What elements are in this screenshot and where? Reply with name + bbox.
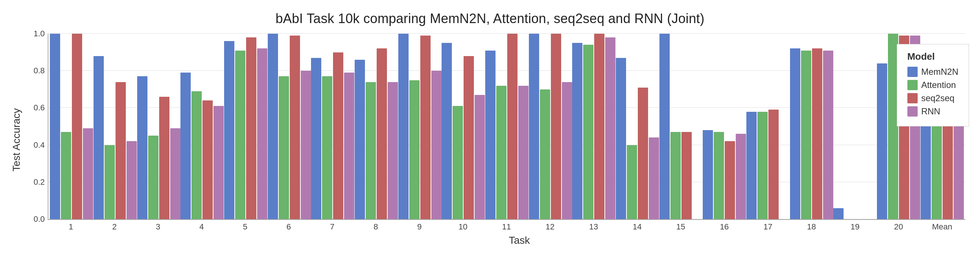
- legend-label-attention: Attention: [921, 80, 956, 90]
- bar-attention: [583, 45, 593, 219]
- bar-attention: [366, 82, 376, 219]
- task-group: [442, 34, 485, 219]
- bar-seq2seq: [725, 141, 735, 219]
- bar-memn2n: [355, 60, 365, 219]
- bar-seq2seq: [333, 52, 343, 219]
- chart-area: Test Accuracy 0.00.20.40.60.81.0 1234567…: [7, 34, 973, 246]
- y-tick-label: 0.8: [26, 66, 45, 76]
- bar-seq2seq: [507, 34, 517, 219]
- bar-attention: [322, 76, 332, 219]
- bar-memn2n: [94, 56, 104, 219]
- bar-rnn: [388, 82, 398, 219]
- x-tick-label: 16: [702, 222, 746, 232]
- bar-memn2n: [224, 41, 234, 219]
- task-group: [267, 34, 311, 219]
- task-group: [180, 34, 224, 219]
- task-group: [398, 34, 442, 219]
- x-tick-label: 13: [572, 222, 616, 232]
- bar-memn2n: [180, 73, 191, 219]
- bar-seq2seq: [638, 87, 648, 219]
- chart-container: bAbI Task 10k comparing MemN2N, Attentio…: [0, 0, 980, 276]
- bar-rnn: [257, 48, 267, 219]
- plot-area: 0.00.20.40.60.81.0: [48, 34, 965, 220]
- bar-rnn: [127, 141, 137, 219]
- bar-attention: [757, 112, 768, 219]
- bar-attention: [627, 145, 637, 219]
- task-group: [528, 34, 572, 219]
- x-tick-label: 6: [267, 222, 311, 232]
- bar-seq2seq: [159, 97, 169, 219]
- bar-rnn: [431, 71, 442, 219]
- bar-seq2seq: [246, 37, 256, 219]
- bar-seq2seq: [681, 132, 692, 219]
- y-tick-label: 0.4: [26, 140, 45, 150]
- y-tick-label: 0.0: [26, 214, 45, 224]
- bar-memn2n: [485, 51, 495, 219]
- task-group: [659, 34, 703, 219]
- bar-seq2seq: [464, 56, 474, 219]
- task-group: [224, 34, 268, 219]
- bar-rnn: [475, 95, 485, 219]
- y-axis-label: Test Accuracy: [7, 34, 25, 246]
- bar-seq2seq: [768, 109, 779, 219]
- bar-seq2seq: [420, 36, 431, 219]
- bar-rnn: [562, 82, 572, 219]
- legend-color-seq2seq: [907, 93, 918, 103]
- bar-seq2seq: [377, 48, 387, 219]
- bar-rnn: [823, 51, 833, 219]
- task-group: [94, 34, 137, 219]
- bar-attention: [279, 76, 289, 219]
- x-tick-label: 12: [528, 222, 572, 232]
- x-tick-label: 3: [137, 222, 180, 232]
- bar-seq2seq: [290, 36, 300, 219]
- bar-attention: [540, 89, 550, 219]
- legend: Model MemN2NAttentionseq2seqRNN: [897, 44, 969, 127]
- bar-rnn: [649, 138, 659, 219]
- x-tick-label: 10: [441, 222, 485, 232]
- legend-items: MemN2NAttentionseq2seqRNN: [907, 67, 958, 117]
- task-group: [790, 34, 833, 219]
- x-tick-label: 1: [49, 222, 93, 232]
- bar-seq2seq: [116, 82, 126, 219]
- x-tick-label: 18: [790, 222, 833, 232]
- y-tick-label: 1.0: [26, 29, 45, 38]
- x-tick-label: 11: [485, 222, 528, 232]
- x-tick-label: 7: [311, 222, 354, 232]
- x-tick-label: 4: [180, 222, 223, 232]
- chart-main: 0.00.20.40.60.81.0 123456789101112131415…: [25, 34, 973, 246]
- task-group: [703, 34, 746, 219]
- legend-label-rnn: RNN: [921, 106, 940, 117]
- bar-memn2n: [790, 48, 800, 219]
- legend-label-memn2n: MemN2N: [921, 67, 958, 77]
- x-tick-label: 17: [746, 222, 790, 232]
- bar-attention: [61, 132, 71, 219]
- x-axis-labels: 1234567891011121314151617181920Mean: [49, 222, 964, 232]
- bar-rnn: [605, 37, 616, 219]
- legend-color-rnn: [907, 106, 918, 117]
- legend-title: Model: [907, 51, 958, 62]
- bar-seq2seq: [551, 34, 561, 219]
- bar-memn2n: [529, 34, 539, 219]
- x-tick-label: 20: [877, 222, 921, 232]
- bar-rnn: [518, 86, 528, 219]
- bar-memn2n: [442, 43, 452, 219]
- bar-attention: [670, 132, 681, 219]
- bar-memn2n: [311, 58, 321, 219]
- bar-memn2n: [833, 208, 843, 219]
- bar-attention: [409, 80, 420, 220]
- chart-title: bAbI Task 10k comparing MemN2N, Attentio…: [7, 11, 973, 26]
- bar-attention: [235, 51, 245, 219]
- y-tick-label: 0.6: [26, 103, 45, 113]
- bar-seq2seq: [812, 48, 822, 219]
- bar-attention: [453, 106, 463, 219]
- task-group: [616, 34, 659, 219]
- x-tick-label: 9: [398, 222, 441, 232]
- x-tick-label: 14: [616, 222, 659, 232]
- x-tick-label: 8: [354, 222, 398, 232]
- bar-rnn: [213, 106, 224, 219]
- x-tick-label: 15: [659, 222, 703, 232]
- legend-item-attention: Attention: [907, 80, 958, 90]
- legend-color-attention: [907, 80, 918, 90]
- bar-attention: [105, 145, 115, 219]
- task-group: [833, 34, 877, 219]
